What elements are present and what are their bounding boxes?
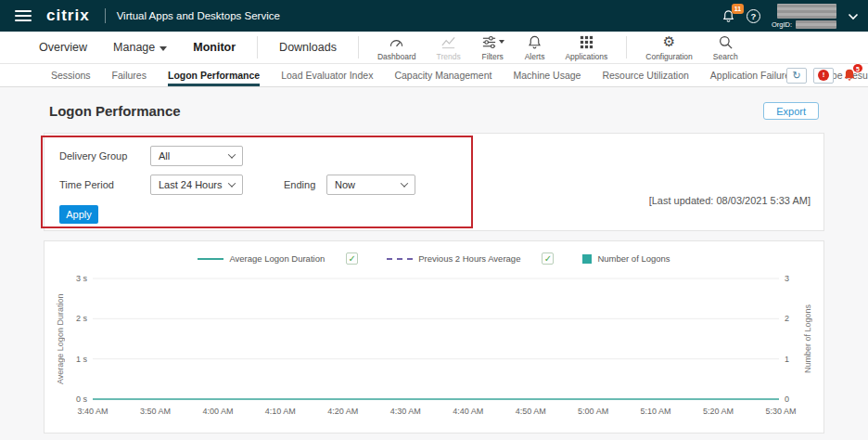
time-period-value: Last 24 Hours <box>159 179 222 190</box>
legend-label: Previous 2 Hours Average <box>418 253 520 264</box>
x-tick-label: 5:10 AM <box>634 407 677 416</box>
nav-item-label: Overview <box>39 41 87 54</box>
x-tick-label: 5:00 AM <box>572 407 615 416</box>
main-navigation: Overview Manage Monitor Downloads Dashbo… <box>0 32 868 64</box>
refresh-icon: ↻ <box>792 71 800 81</box>
y-tick-label: 3 <box>785 274 789 283</box>
time-period-dropdown[interactable]: Last 24 Hours <box>150 175 243 195</box>
chart-area: Average Logon Duration 3 s 2 s 1 s 0 s 3… <box>54 278 814 400</box>
y-axis-left-ticks: 3 s 2 s 1 s 0 s <box>67 278 93 400</box>
tab-application-failures[interactable]: Application Failures <box>710 64 796 86</box>
account-chevron-down-icon[interactable] <box>848 7 859 24</box>
tab-resource-utilization[interactable]: Resource Utilization <box>602 64 688 86</box>
legend-checkbox-previous-2-hours-average[interactable] <box>542 252 554 265</box>
notifications-bell-icon[interactable]: 11 <box>721 9 735 23</box>
nav-item-manage[interactable]: Manage <box>100 32 180 63</box>
chevron-down-icon <box>401 179 408 187</box>
x-axis-labels: 3:40 AM 3:50 AM 4:00 AM 4:10 AM 4:20 AM … <box>71 407 802 416</box>
x-tick-label: 4:20 AM <box>322 407 364 416</box>
nav-divider <box>257 36 258 58</box>
nav-tool-alerts[interactable]: Alerts <box>515 32 555 63</box>
tab-failures[interactable]: Failures <box>112 64 147 86</box>
x-tick-label: 5:30 AM <box>760 407 802 416</box>
nav-tool-search[interactable]: Search <box>703 32 748 63</box>
tab-logon-performance[interactable]: Logon Performance <box>168 64 260 86</box>
search-icon <box>718 34 734 50</box>
nav-item-overview[interactable]: Overview <box>26 32 100 63</box>
ending-label: Ending <box>284 179 326 190</box>
x-tick-label: 4:40 AM <box>447 407 490 416</box>
nav-item-label: Monitor <box>193 41 236 54</box>
refresh-button[interactable]: ↻ <box>786 68 807 84</box>
legend-item-number-of-logons: Number of Logons <box>582 253 670 264</box>
error-icon <box>818 70 829 81</box>
x-tick-label: 5:20 AM <box>697 407 740 416</box>
filter-panel: Delivery Group All Time Period Last 24 H… <box>44 133 824 231</box>
alerts-indicator[interactable]: 5 <box>842 68 857 83</box>
nav-tool-configuration[interactable]: ⚙ Configuration <box>635 32 703 63</box>
y-tick-label: 1 s <box>76 355 87 364</box>
topbar-divider <box>105 8 106 23</box>
alerts-count-badge: 5 <box>852 63 863 73</box>
monitor-tab-bar: Sessions Failures Logon Performance Load… <box>0 64 868 87</box>
square-swatch-icon <box>582 254 592 264</box>
x-tick-label: 4:50 AM <box>509 407 552 416</box>
chevron-down-icon <box>160 46 167 51</box>
chevron-down-icon <box>228 179 236 187</box>
applications-grid-icon <box>579 34 594 50</box>
line-swatch-icon <box>198 258 223 260</box>
legend-item-average-logon-duration: Average Logon Duration <box>198 253 325 264</box>
x-tick-label: 4:30 AM <box>384 407 427 416</box>
delivery-group-label: Delivery Group <box>59 150 150 162</box>
error-indicator-button[interactable] <box>813 68 834 84</box>
x-tick-label: 4:00 AM <box>197 407 239 416</box>
legend-checkbox-average-logon-duration[interactable] <box>346 252 358 265</box>
nav-tool-label: Alerts <box>525 52 545 61</box>
delivery-group-dropdown[interactable]: All <box>150 146 243 166</box>
chart-legend: Average Logon Duration Previous 2 Hours … <box>54 252 814 265</box>
legend-label: Average Logon Duration <box>229 253 325 264</box>
redacted-account-name <box>777 4 836 19</box>
chart-plot-svg <box>93 278 779 400</box>
ending-value: Now <box>335 179 355 190</box>
top-bar: citrix Virtual Apps and Desktops Service… <box>0 0 868 32</box>
citrix-monitor-screen: citrix Virtual Apps and Desktops Service… <box>0 0 868 440</box>
tab-machine-usage[interactable]: Machine Usage <box>513 64 581 86</box>
y-tick-label: 3 s <box>76 274 87 283</box>
nav-tool-label: Applications <box>565 52 607 61</box>
nav-tool-trends[interactable]: Trends <box>427 32 471 63</box>
x-tick-label: 3:40 AM <box>71 407 114 416</box>
nav-tool-applications[interactable]: Applications <box>555 32 618 63</box>
y-axis-right-ticks: 3 2 1 0 <box>779 278 801 400</box>
ending-dropdown[interactable]: Now <box>326 175 415 195</box>
filters-icon <box>481 34 504 50</box>
y-tick-label: 0 <box>785 395 789 404</box>
apply-button[interactable]: Apply <box>59 205 98 224</box>
tab-sessions[interactable]: Sessions <box>51 64 91 86</box>
time-period-label: Time Period <box>59 179 150 190</box>
product-title: Virtual Apps and Desktops Service <box>117 10 280 21</box>
hamburger-menu-icon[interactable] <box>15 10 32 21</box>
notifications-badge: 11 <box>732 4 744 14</box>
nav-item-downloads[interactable]: Downloads <box>266 32 350 63</box>
tab-capacity-management[interactable]: Capacity Management <box>394 64 491 86</box>
help-icon[interactable] <box>747 9 760 23</box>
nav-tool-dashboard[interactable]: Dashboard <box>367 32 427 63</box>
nav-tool-label: Search <box>713 52 738 61</box>
account-info: OrgID: <box>772 4 836 29</box>
nav-item-label: Manage <box>113 41 155 54</box>
export-button[interactable]: Export <box>763 102 819 120</box>
legend-label: Number of Logons <box>597 253 670 264</box>
page-title: Logon Performance <box>49 103 181 119</box>
org-id-label: OrgID: <box>772 20 792 29</box>
alerts-bell-icon <box>527 34 542 50</box>
x-tick-label: 3:50 AM <box>134 407 176 416</box>
nav-tool-filters[interactable]: Filters <box>471 32 515 63</box>
logon-performance-chart-card: Average Logon Duration Previous 2 Hours … <box>44 240 824 434</box>
trends-icon <box>440 34 456 50</box>
delivery-group-value: All <box>159 150 170 162</box>
chevron-down-icon <box>499 40 504 44</box>
nav-item-monitor[interactable]: Monitor <box>180 32 249 63</box>
last-updated-text: [Last updated: 08/03/2021 5:33 AM] <box>649 195 811 206</box>
tab-load-evaluator-index[interactable]: Load Evaluator Index <box>281 64 373 86</box>
